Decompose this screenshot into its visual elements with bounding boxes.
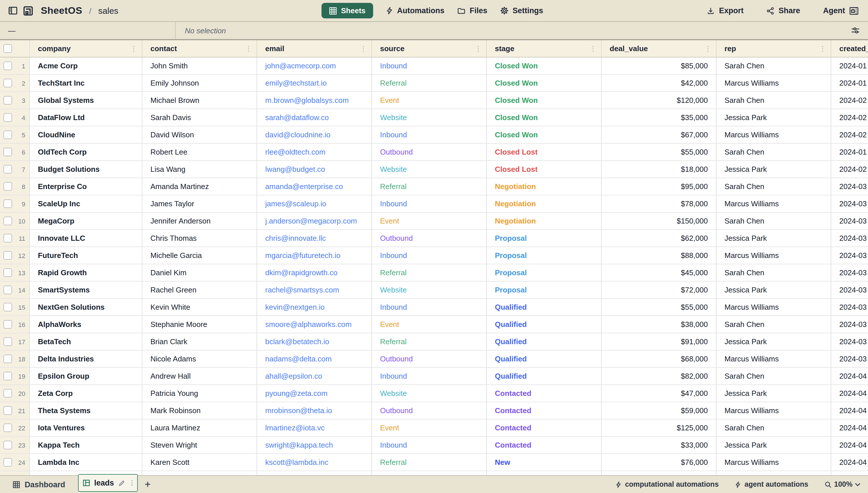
- cell-created[interactable]: 2024-03: [831, 264, 868, 281]
- row-checkbox[interactable]: [3, 441, 12, 449]
- column-header-rep[interactable]: rep⋮: [716, 40, 831, 57]
- cell-deal_value[interactable]: $67,000: [602, 126, 716, 143]
- cell-created[interactable]: 2024-03: [831, 350, 868, 367]
- cell-email[interactable]: sarah@dataflow.co: [257, 109, 372, 126]
- cell-stage[interactable]: Proposal: [487, 230, 602, 246]
- cell-deal_value[interactable]: $55,000: [602, 144, 716, 160]
- cell-stage[interactable]: Qualified: [487, 333, 602, 350]
- view-options-sliders-icon[interactable]: [851, 26, 860, 35]
- cell-company[interactable]: Lambda Inc: [30, 454, 142, 471]
- cell-contact[interactable]: Lisa Wang: [142, 161, 257, 177]
- cell-created[interactable]: 2024-03: [831, 282, 868, 298]
- cell-created[interactable]: 2024-03: [831, 178, 868, 195]
- cell-contact[interactable]: Robert Lee: [142, 144, 257, 160]
- cell-rep[interactable]: Jessica Park: [716, 333, 831, 350]
- cell-email[interactable]: james@scaleup.io: [257, 195, 372, 212]
- cell-source[interactable]: Outbound: [372, 230, 487, 246]
- cell-email[interactable]: smoore@alphaworks.com: [257, 316, 372, 333]
- cell-company[interactable]: SmartSystems: [30, 282, 142, 298]
- cell-deal_value[interactable]: $88,000: [602, 247, 716, 264]
- cell-source[interactable]: Referral: [372, 178, 487, 195]
- cell-deal_value[interactable]: $38,000: [602, 316, 716, 333]
- cell-source[interactable]: Referral: [372, 454, 487, 471]
- cell-stage[interactable]: Closed Won: [487, 109, 602, 126]
- row-checkbox[interactable]: [3, 268, 12, 277]
- cell-deal_value[interactable]: $18,000: [602, 161, 716, 177]
- cell-company[interactable]: Enterprise Co: [30, 178, 142, 195]
- cell-email[interactable]: j.anderson@megacorp.com: [257, 213, 372, 229]
- cell-rep[interactable]: Marcus Williams: [716, 299, 831, 316]
- tab-settings[interactable]: Settings: [500, 6, 543, 15]
- cell-created[interactable]: 2024-01: [831, 75, 868, 91]
- column-header-created[interactable]: created_: [831, 40, 868, 57]
- cell-rep[interactable]: Marcus Williams: [716, 247, 831, 264]
- cell-rep[interactable]: Sarah Chen: [716, 213, 831, 229]
- cell-email[interactable]: bclark@betatech.io: [257, 333, 372, 350]
- cell-stage[interactable]: Contacted: [487, 385, 602, 402]
- cell-created[interactable]: 2024-04: [831, 385, 868, 402]
- cell-rep[interactable]: Sarah Chen: [716, 58, 831, 74]
- cell-stage[interactable]: Qualified: [487, 350, 602, 367]
- cell-deal_value[interactable]: $78,000: [602, 195, 716, 212]
- cell-company[interactable]: TechStart Inc: [30, 75, 142, 91]
- cell-rep[interactable]: Jessica Park: [716, 230, 831, 246]
- cell-rep[interactable]: Marcus Williams: [716, 350, 831, 367]
- cell-company[interactable]: Zeta Corp: [30, 385, 142, 402]
- cell-created[interactable]: 2024-01: [831, 144, 868, 160]
- column-menu-icon[interactable]: ⋮: [590, 45, 596, 52]
- cell-rep[interactable]: Marcus Williams: [716, 75, 831, 91]
- cell-stage[interactable]: Qualified: [487, 316, 602, 333]
- cell-created[interactable]: 2024-03: [831, 230, 868, 246]
- cell-stage[interactable]: Proposal: [487, 282, 602, 298]
- cell-deal_value[interactable]: $85,000: [602, 58, 716, 74]
- cell-company[interactable]: Acme Corp: [30, 58, 142, 74]
- cell-contact[interactable]: Rachel Green: [142, 282, 257, 298]
- cell-source[interactable]: Event: [372, 316, 487, 333]
- cell-created[interactable]: 2024-02: [831, 126, 868, 143]
- cell-deal_value[interactable]: $47,000: [602, 385, 716, 402]
- cell-deal_value[interactable]: $125,000: [602, 420, 716, 436]
- column-menu-icon[interactable]: ⋮: [130, 45, 137, 52]
- cell-deal_value[interactable]: $35,000: [602, 109, 716, 126]
- cell-rep[interactable]: Marcus Williams: [716, 454, 831, 471]
- cell-deal_value[interactable]: $42,000: [602, 75, 716, 91]
- cell-deal_value[interactable]: $55,000: [602, 299, 716, 316]
- tab-sheets[interactable]: Sheets: [321, 3, 373, 18]
- cell-rep[interactable]: Marcus Williams: [716, 126, 831, 143]
- column-header-source[interactable]: source⋮: [372, 40, 487, 57]
- cell-created[interactable]: 2024-03: [831, 247, 868, 264]
- cell-contact[interactable]: Mark Robinson: [142, 402, 257, 419]
- cell-company[interactable]: Rapid Growth: [30, 264, 142, 281]
- cell-stage[interactable]: Negotiation: [487, 195, 602, 212]
- cell-rep[interactable]: Jessica Park: [716, 437, 831, 453]
- column-menu-icon[interactable]: ⋮: [475, 45, 482, 52]
- cell-reference-box[interactable]: —: [0, 22, 176, 39]
- cell-created[interactable]: 2024-04: [831, 402, 868, 419]
- cell-contact[interactable]: Michelle Garcia: [142, 247, 257, 264]
- cell-company[interactable]: CloudNine: [30, 126, 142, 143]
- cell-source[interactable]: Outbound: [372, 144, 487, 160]
- share-button[interactable]: Share: [767, 6, 800, 15]
- cell-created[interactable]: 2024-04: [831, 454, 868, 471]
- cell-contact[interactable]: Laura Martinez: [142, 420, 257, 436]
- cell-source[interactable]: Inbound: [372, 195, 487, 212]
- cell-company[interactable]: AlphaWorks: [30, 316, 142, 333]
- cell-created[interactable]: 2024-02: [831, 161, 868, 177]
- cell-deal_value[interactable]: $62,000: [602, 230, 716, 246]
- cell-source[interactable]: Website: [372, 109, 487, 126]
- sheet-tab-menu-icon[interactable]: ⋮: [129, 479, 135, 487]
- row-checkbox[interactable]: [3, 406, 12, 415]
- cell-source[interactable]: Inbound: [372, 247, 487, 264]
- cell-company[interactable]: Kappa Tech: [30, 437, 142, 453]
- cell-rep[interactable]: Sarah Chen: [716, 316, 831, 333]
- column-header-email[interactable]: email⋮: [257, 40, 372, 57]
- cell-deal_value[interactable]: $33,000: [602, 437, 716, 453]
- cell-contact[interactable]: Brian Clark: [142, 333, 257, 350]
- cell-created[interactable]: 2024-04: [831, 368, 868, 384]
- cell-contact[interactable]: Jennifer Anderson: [142, 213, 257, 229]
- cell-created[interactable]: 2024-02: [831, 92, 868, 109]
- cell-deal_value[interactable]: $120,000: [602, 92, 716, 109]
- cell-created[interactable]: 2024-02: [831, 109, 868, 126]
- cell-deal_value[interactable]: $68,000: [602, 350, 716, 367]
- cell-stage[interactable]: Closed Won: [487, 126, 602, 143]
